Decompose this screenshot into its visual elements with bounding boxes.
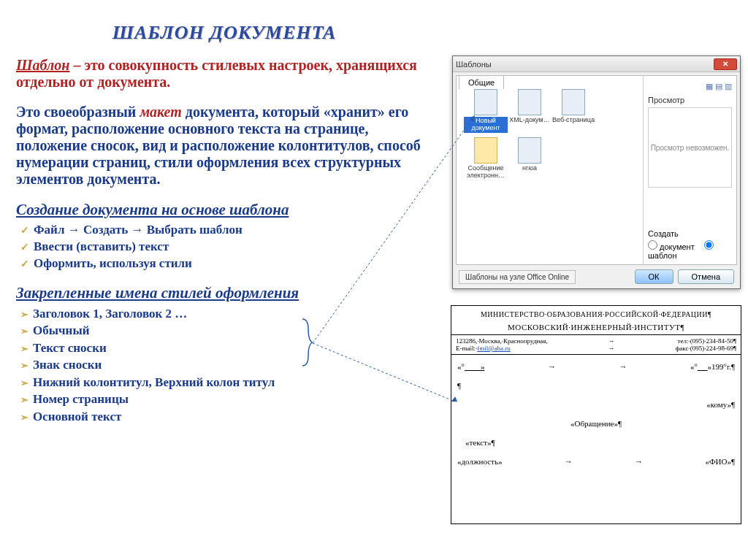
preview-pane: ▦ ▤ ▥ Просмотр Просмотр невозможен. Созд… — [643, 76, 736, 264]
style-item: Основной текст — [20, 408, 432, 425]
dialog-title: Шаблоны — [456, 60, 714, 69]
templates-pane: Новый документ XML-докум… Веб-страница С… — [457, 76, 643, 264]
desc-em: макет — [140, 104, 181, 120]
doc-date-left: «° — [457, 362, 465, 371]
doc-email-label: E-mail:· — [456, 345, 477, 352]
dialog-titlebar[interactable]: Шаблоны ✕ — [453, 56, 740, 72]
view-toggle-icons[interactable]: ▦ ▤ ▥ — [648, 82, 732, 91]
office-online-link[interactable]: Шаблоны на узле Office Online — [459, 270, 576, 284]
template-item-email[interactable]: Сообщение электронн… — [464, 137, 508, 180]
definition-paragraph: Шаблон – это совокупность стилевых настр… — [16, 57, 432, 91]
term-shablon: Шаблон — [16, 57, 69, 73]
document-icon — [562, 89, 585, 115]
document-icon — [518, 137, 541, 164]
template-item-ngua[interactable]: нгюа — [508, 137, 552, 180]
document-icon — [518, 89, 541, 115]
doc-tel: тел:·(095)·234-84-50¶ — [677, 337, 736, 345]
steps-list: Файл → Создать → Выбрать шаблон Ввести (… — [16, 222, 432, 272]
doc-header-line1: МИНИСТЕРСТВО·ОБРАЗОВАНИЯ·РОССИЙСКОЙ·ФЕДЕ… — [456, 310, 736, 318]
template-item-new-document[interactable]: Новый документ — [464, 89, 508, 133]
document-icon — [474, 89, 497, 115]
page-title: ШАБЛОН ДОКУМЕНТА — [16, 22, 432, 44]
doc-field-fio: «ФИО»¶ — [705, 457, 735, 466]
subheading-styles: Закрепленные имена стилей оформления — [16, 284, 432, 302]
step-item: Оформить, используя стили — [20, 256, 432, 272]
style-item: Обычный — [20, 322, 432, 339]
template-item-xml[interactable]: XML-докум… — [508, 89, 552, 133]
desc-a: Это своеобразный — [16, 104, 140, 120]
create-label: Создать — [648, 229, 732, 238]
style-item: Знак сноски — [20, 356, 432, 373]
doc-field-dolz: «должность» — [457, 457, 502, 466]
close-icon[interactable]: ✕ — [714, 58, 737, 70]
subheading-create: Создание документа на основе шаблона — [16, 201, 432, 219]
styles-list: Заголовок 1, Заголовок 2 … Обычный Текст… — [16, 305, 432, 425]
doc-fax: факс·(095)·224-98-69¶ — [675, 345, 736, 352]
radio-document[interactable]: документ — [648, 242, 695, 251]
doc-field-obr: «Обращение»¶ — [457, 419, 735, 428]
definition-text: – это совокупность стилевых настроек, хр… — [16, 57, 417, 90]
doc-email-link[interactable]: fmil@aha.ru — [477, 345, 511, 352]
doc-address: 123286,·Москва,·Краснопрудная, — [456, 337, 548, 345]
preview-box: Просмотр невозможен. — [648, 107, 732, 188]
style-item: Нижний колонтитул, Верхний колон титул — [20, 374, 432, 391]
envelope-icon — [474, 137, 497, 164]
doc-field-text: «текст»¶ — [465, 438, 495, 447]
document-sample: МИНИСТЕРСТВО·ОБРАЗОВАНИЯ·РОССИЙСКОЙ·ФЕДЕ… — [451, 305, 741, 524]
ok-button[interactable]: ОК — [635, 269, 673, 284]
preview-label: Просмотр — [648, 96, 732, 104]
description-paragraph: Это своеобразный макет документа, которы… — [16, 104, 432, 188]
tab-general[interactable]: Общие — [459, 75, 504, 89]
templates-dialog: Шаблоны ✕ Общие Новый документ XML-докум… — [452, 55, 741, 289]
doc-field-komu: «кому»¶ — [706, 400, 735, 409]
doc-header-line2: МОСКОВСКИЙ·ИНЖЕНЕРНЫЙ·ИНСТИТУТ¶ — [456, 323, 736, 331]
brace-icon — [299, 318, 313, 367]
style-item: Текст сноски — [20, 340, 432, 356]
doc-date-right: 199°г.¶ — [711, 362, 735, 371]
style-item: Заголовок 1, Заголовок 2 … — [20, 305, 432, 322]
step-item: Файл → Создать → Выбрать шаблон — [20, 222, 432, 239]
template-item-web[interactable]: Веб-страница — [552, 89, 595, 133]
cancel-button[interactable]: Отмена — [678, 269, 734, 284]
step-item: Ввести (вставить) текст — [20, 239, 432, 256]
style-item: Номер страницы — [20, 391, 432, 407]
